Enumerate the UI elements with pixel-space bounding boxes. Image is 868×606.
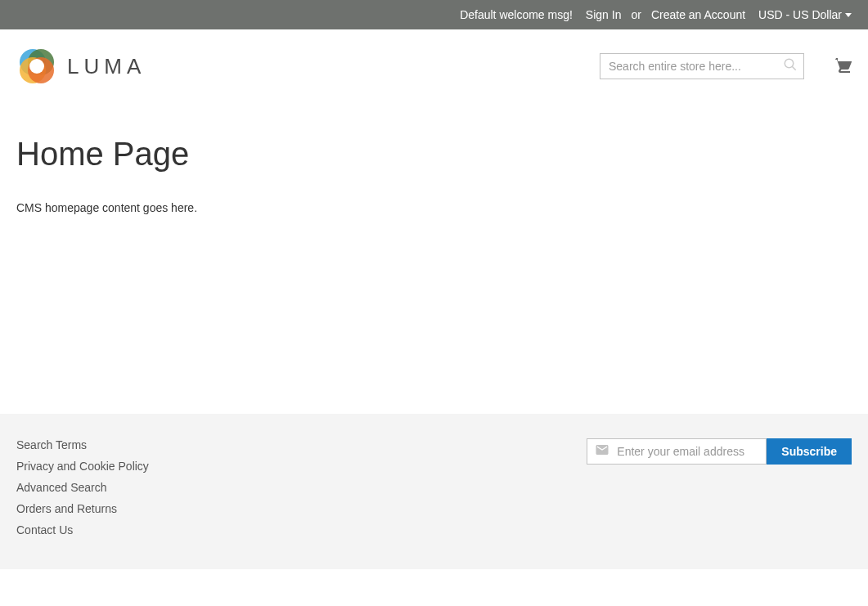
page-main: Home Page CMS homepage content goes here… — [0, 103, 868, 414]
logo[interactable]: LUMA — [16, 46, 146, 87]
footer-link-search-terms[interactable]: Search Terms — [16, 438, 149, 451]
header-main: LUMA — [0, 29, 868, 103]
search-icon[interactable] — [783, 57, 798, 75]
logo-mark-icon — [16, 46, 57, 87]
footer-links: Search Terms Privacy and Cookie Policy A… — [16, 438, 149, 536]
create-account-link[interactable]: Create an Account — [651, 8, 745, 21]
chevron-down-icon — [845, 13, 852, 17]
newsletter-email-input[interactable] — [587, 438, 767, 465]
cart-icon[interactable] — [832, 55, 852, 78]
page-title: Home Page — [16, 136, 852, 173]
sign-in-link[interactable]: Sign In — [586, 8, 622, 21]
subscribe-button[interactable]: Subscribe — [767, 438, 852, 465]
search-input[interactable] — [600, 53, 804, 79]
currency-label: USD - US Dollar — [758, 8, 842, 21]
logo-text: LUMA — [67, 54, 146, 79]
footer-link-contact[interactable]: Contact Us — [16, 523, 149, 536]
newsletter-form: Subscribe — [587, 438, 852, 465]
footer-link-orders-returns[interactable]: Orders and Returns — [16, 502, 149, 515]
welcome-message: Default welcome msg! — [460, 8, 573, 21]
svg-point-4 — [29, 59, 44, 74]
footer-link-advanced-search[interactable]: Advanced Search — [16, 481, 149, 494]
currency-switcher[interactable]: USD - US Dollar — [758, 8, 852, 21]
svg-point-5 — [785, 59, 794, 68]
footer-link-privacy[interactable]: Privacy and Cookie Policy — [16, 460, 149, 473]
search-box — [600, 53, 804, 79]
mail-icon — [595, 442, 609, 460]
or-separator: or — [631, 8, 641, 21]
top-bar: Default welcome msg! Sign In or Create a… — [0, 0, 868, 29]
footer: Search Terms Privacy and Cookie Policy A… — [0, 414, 868, 569]
page-content: CMS homepage content goes here. — [16, 201, 852, 214]
svg-line-6 — [792, 66, 796, 70]
